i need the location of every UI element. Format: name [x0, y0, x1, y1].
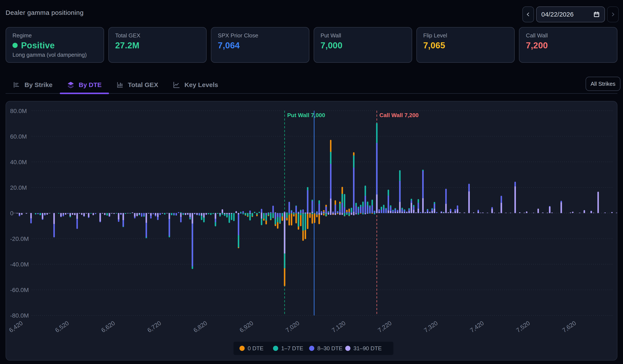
svg-text:Call Wall 7,200: Call Wall 7,200 — [379, 112, 419, 118]
svg-text:-60.0M: -60.0M — [10, 287, 29, 293]
svg-text:-40.0M: -40.0M — [10, 261, 29, 268]
svg-text:7,020: 7,020 — [284, 320, 301, 334]
svg-text:80.0M: 80.0M — [10, 108, 27, 114]
svg-text:60.0M: 60.0M — [10, 133, 27, 140]
svg-text:0: 0 — [10, 210, 14, 216]
svg-text:Put Wall 7,000: Put Wall 7,000 — [287, 112, 325, 118]
svg-text:6,820: 6,820 — [192, 320, 208, 334]
svg-text:40.0M: 40.0M — [10, 159, 27, 166]
svg-text:7,220: 7,220 — [377, 320, 393, 334]
svg-text:6,920: 6,920 — [238, 320, 255, 334]
svg-text:7,320: 7,320 — [423, 320, 439, 334]
svg-text:6,420: 6,420 — [8, 320, 24, 334]
svg-text:7,120: 7,120 — [331, 320, 347, 334]
svg-text:6,720: 6,720 — [146, 320, 162, 334]
svg-text:7,620: 7,620 — [561, 320, 577, 334]
svg-text:-20.0M: -20.0M — [10, 236, 29, 242]
svg-text:-80.0M: -80.0M — [10, 312, 29, 319]
svg-text:6,520: 6,520 — [54, 320, 70, 334]
svg-text:20.0M: 20.0M — [10, 184, 27, 191]
svg-text:6,620: 6,620 — [100, 320, 116, 334]
svg-text:7,420: 7,420 — [469, 320, 485, 334]
svg-text:7,520: 7,520 — [515, 320, 531, 334]
